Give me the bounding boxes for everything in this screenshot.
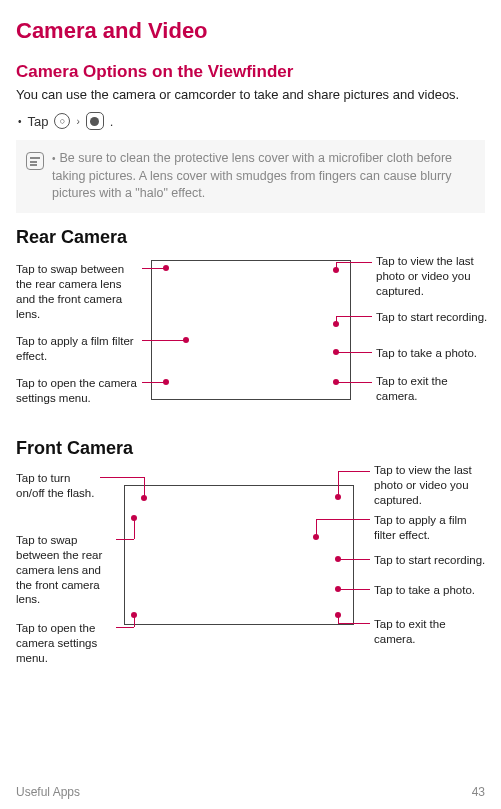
front-camera-heading: Front Camera (16, 438, 485, 459)
leader-line (336, 262, 337, 270)
front-camera-diagram: Tap to turn on/off the flash. Tap to swa… (16, 463, 485, 673)
leader-line (144, 477, 145, 498)
callout-start-record: Tap to start recording. (374, 553, 486, 568)
leader-line (316, 519, 317, 537)
leader-line (116, 539, 134, 540)
home-circle-icon: ○ (54, 113, 70, 129)
leader-line (336, 352, 372, 353)
callout-exit: Tap to exit the camera. (374, 617, 486, 647)
leader-line (338, 559, 370, 560)
callout-filter: Tap to apply a film filter effect. (374, 513, 486, 543)
note-box: •Be sure to clean the protective lens co… (16, 140, 485, 213)
section-heading: Camera Options on the Viewfinder (16, 62, 485, 82)
callout-swap-lens: Tap to swap between the rear camera lens… (16, 533, 116, 608)
intro-text: You can use the camera or camcorder to t… (16, 86, 485, 104)
camera-app-icon (86, 112, 104, 130)
tap-instruction: • Tap ○ › . (18, 112, 485, 130)
leader-line (338, 471, 370, 472)
leader-line (338, 471, 339, 497)
leader-line (142, 340, 186, 341)
period: . (110, 114, 114, 129)
callout-settings: Tap to open the camera settings menu. (16, 621, 116, 666)
bullet-icon: • (18, 116, 22, 127)
page-number: 43 (472, 785, 485, 799)
rear-camera-diagram: Tap to swap between the rear camera lens… (16, 252, 485, 432)
leader-line (116, 627, 134, 628)
leader-line (134, 518, 135, 539)
note-icon (26, 152, 44, 170)
leader-line (336, 262, 372, 263)
callout-take-photo: Tap to take a photo. (376, 346, 488, 361)
leader-line (134, 615, 135, 627)
viewfinder-frame (151, 260, 351, 400)
tap-label: Tap (28, 114, 49, 129)
callout-flash: Tap to turn on/off the flash. (16, 471, 100, 501)
chevron-icon: › (76, 116, 79, 127)
note-text: Be sure to clean the protective lens cov… (52, 151, 452, 200)
leader-line (316, 519, 370, 520)
rear-camera-heading: Rear Camera (16, 227, 485, 248)
page-footer: Useful Apps 43 (16, 785, 485, 799)
callout-swap-lens: Tap to swap between the rear camera lens… (16, 262, 142, 322)
viewfinder-frame (124, 485, 354, 625)
leader-line (336, 316, 337, 324)
leader-line (338, 589, 370, 590)
callout-start-record: Tap to start recording. (376, 310, 488, 325)
leader-line (338, 623, 370, 624)
leader-line (142, 268, 166, 269)
page-title: Camera and Video (16, 18, 485, 44)
leader-line (336, 316, 372, 317)
callout-last-photo: Tap to view the last photo or video you … (374, 463, 486, 508)
callout-take-photo: Tap to take a photo. (374, 583, 486, 598)
leader-line (142, 382, 166, 383)
callout-last-photo: Tap to view the last photo or video you … (376, 254, 488, 299)
leader-line (100, 477, 144, 478)
leader-line (338, 615, 339, 623)
callout-exit: Tap to exit the camera. (376, 374, 488, 404)
bullet-icon: • (52, 153, 56, 164)
note-body: •Be sure to clean the protective lens co… (52, 150, 475, 203)
callout-settings: Tap to open the camera settings menu. (16, 376, 142, 406)
footer-section-name: Useful Apps (16, 785, 80, 799)
leader-line (336, 382, 372, 383)
callout-filter: Tap to apply a film filter effect. (16, 334, 142, 364)
